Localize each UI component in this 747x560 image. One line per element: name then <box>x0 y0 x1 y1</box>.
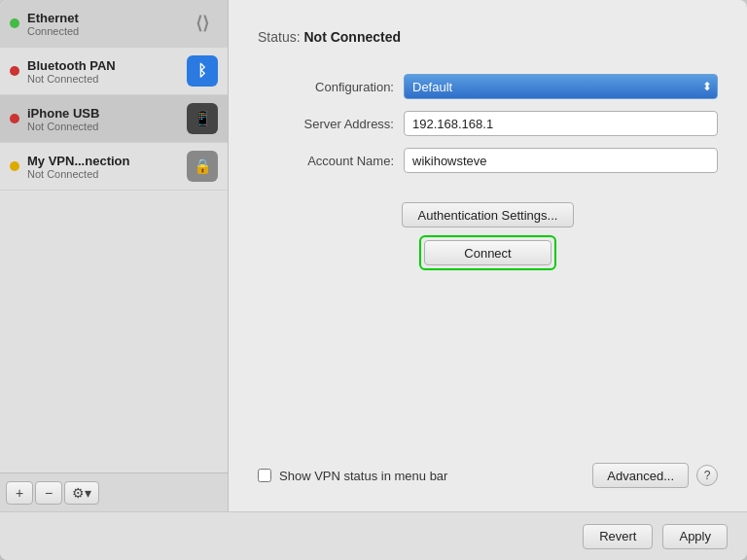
bluetooth-icon: ᛒ <box>187 55 218 87</box>
status-label: Status: <box>258 29 301 45</box>
action-buttons: Authentication Settings... Connect <box>258 202 718 270</box>
bluetooth-name: Bluetooth PAN <box>27 58 187 73</box>
vpn-status-checkbox-row: Show VPN status in menu bar <box>258 469 447 483</box>
iphone-name: iPhone USB <box>27 106 187 121</box>
ethernet-name: Ethernet <box>27 11 187 25</box>
status-dot-ethernet <box>10 18 19 28</box>
window-footer: Revert Apply <box>0 511 747 560</box>
revert-button[interactable]: Revert <box>583 524 653 549</box>
configuration-label: Configuration: <box>258 80 394 94</box>
bottom-row: Show VPN status in menu bar Advanced... … <box>258 463 718 488</box>
connect-button[interactable]: Connect <box>424 240 551 265</box>
gear-button[interactable]: ⚙▾ <box>64 481 99 505</box>
sidebar-item-bluetooth[interactable]: Bluetooth PAN Not Connected ᛒ <box>0 48 228 95</box>
sidebar-item-vpn[interactable]: My VPN...nection Not Connected 🔒 <box>0 143 228 191</box>
status-value: Not Connected <box>303 29 401 45</box>
add-button[interactable]: + <box>6 481 33 505</box>
ethernet-icon: ⟨⟩ <box>187 8 218 39</box>
vpn-icon: 🔒 <box>187 151 218 182</box>
vpn-status: Not Connected <box>27 168 187 180</box>
account-name-row: Account Name: <box>258 148 718 173</box>
main-panel: Status: Not Connected Configuration: Def… <box>229 0 747 511</box>
remove-button[interactable]: − <box>35 481 62 505</box>
vpn-status-checkbox[interactable] <box>258 469 271 482</box>
form-area: Configuration: Default ⬍ Server Address: <box>258 74 718 173</box>
help-button[interactable]: ? <box>696 465 718 486</box>
advanced-button[interactable]: Advanced... <box>592 463 689 488</box>
network-sidebar: Ethernet Connected ⟨⟩ Bluetooth PAN Not … <box>0 0 229 511</box>
bottom-area: Show VPN status in menu bar Advanced... … <box>258 270 718 511</box>
sidebar-toolbar: + − ⚙▾ <box>0 472 228 511</box>
sidebar-item-iphone[interactable]: iPhone USB Not Connected 📱 <box>0 95 228 143</box>
right-buttons: Advanced... ? <box>592 463 718 488</box>
status-dot-vpn <box>10 161 19 171</box>
server-address-label: Server Address: <box>258 117 394 131</box>
server-address-input[interactable] <box>404 111 718 136</box>
apply-button[interactable]: Apply <box>662 524 728 549</box>
status-dot-iphone <box>10 114 19 123</box>
server-address-row: Server Address: <box>258 111 718 136</box>
status-bar: Status: Not Connected <box>258 29 718 45</box>
iphone-status: Not Connected <box>27 121 187 132</box>
arrows-icon: ⟨⟩ <box>196 13 209 34</box>
vpn-status-label: Show VPN status in menu bar <box>279 469 447 483</box>
network-preferences-window: Ethernet Connected ⟨⟩ Bluetooth PAN Not … <box>0 0 747 560</box>
status-dot-bluetooth <box>10 66 19 76</box>
configuration-row: Configuration: Default ⬍ <box>258 74 718 99</box>
auth-settings-button[interactable]: Authentication Settings... <box>402 202 575 228</box>
configuration-select[interactable]: Default <box>404 74 718 99</box>
vpn-name: My VPN...nection <box>27 154 187 168</box>
account-name-label: Account Name: <box>258 154 394 168</box>
network-list: Ethernet Connected ⟨⟩ Bluetooth PAN Not … <box>0 0 228 472</box>
connect-button-highlight: Connect <box>419 235 555 270</box>
sidebar-item-ethernet[interactable]: Ethernet Connected ⟨⟩ <box>0 0 228 48</box>
iphone-icon: 📱 <box>187 103 218 134</box>
configuration-select-wrapper: Default ⬍ <box>404 74 718 99</box>
bluetooth-status: Not Connected <box>27 73 187 85</box>
account-name-input[interactable] <box>404 148 718 173</box>
ethernet-status: Connected <box>27 25 187 37</box>
